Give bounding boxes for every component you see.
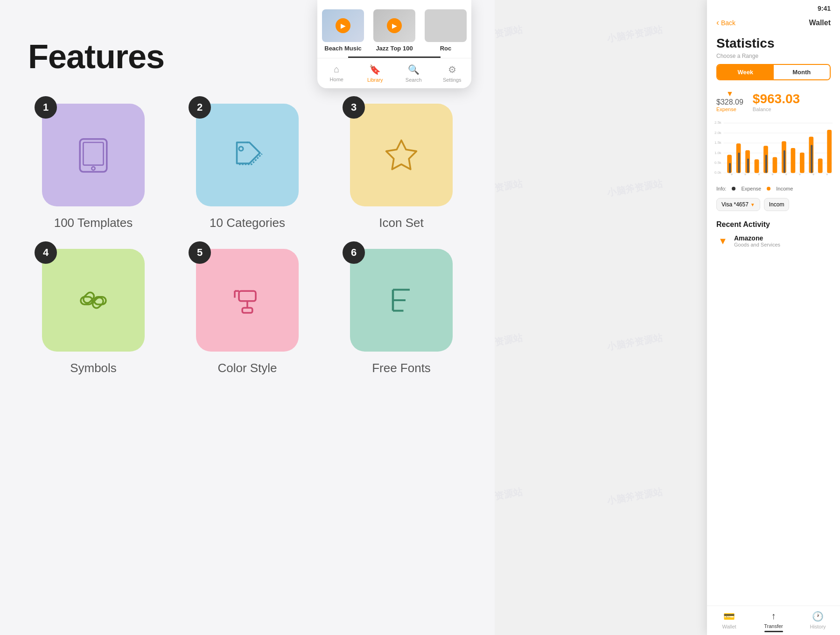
svg-point-54 bbox=[785, 173, 787, 175]
feature-card-6: 6 bbox=[350, 249, 453, 352]
typography-icon bbox=[380, 279, 422, 321]
activity-arrow-down-icon: ▼ bbox=[716, 234, 729, 247]
watermark: 小脑斧资源站 bbox=[606, 486, 664, 508]
nav-wallet-label: Wallet bbox=[722, 624, 736, 629]
history-icon: 🕐 bbox=[812, 611, 824, 622]
status-bar: 9:41 bbox=[707, 0, 840, 15]
album-title-3: Roc bbox=[440, 45, 452, 52]
paint-roller-icon bbox=[226, 279, 268, 321]
music-nav-home[interactable]: ⌂ Home bbox=[317, 62, 356, 85]
svg-point-50 bbox=[731, 173, 733, 175]
svg-rect-48 bbox=[784, 150, 785, 173]
svg-rect-13 bbox=[242, 308, 252, 313]
nav-wallet[interactable]: 💳 Wallet bbox=[707, 606, 751, 635]
choose-range-label: Choose a Range bbox=[707, 53, 840, 64]
music-nav-search[interactable]: 🔍 Search bbox=[394, 62, 433, 85]
feature-item-symbols: 4 Symbols bbox=[28, 249, 159, 375]
feature-item-templates: 1 100 Templates bbox=[28, 104, 159, 230]
activity-sub: Goods and Services bbox=[734, 242, 831, 247]
music-nav-library-label: Library bbox=[367, 77, 383, 83]
feature-card-3: 3 bbox=[350, 104, 453, 206]
back-button[interactable]: ‹ Back bbox=[716, 18, 735, 28]
music-nav: ⌂ Home 🔖 Library 🔍 Search ⚙ Settings bbox=[317, 58, 471, 88]
settings-icon: ⚙ bbox=[448, 64, 456, 75]
wallet-bottom-nav: 💳 Wallet ↑ Transfer 🕐 History bbox=[707, 606, 840, 635]
activity-name: Amazone bbox=[734, 234, 831, 242]
watermark: 小脑斧资源站 bbox=[606, 177, 664, 199]
recent-activity-section: Recent Activity ▼ Amazone Goods and Serv… bbox=[707, 215, 840, 251]
wallet-stats: ▼ $328.09 Expense $963.03 Balance bbox=[707, 86, 840, 118]
play-button-1[interactable]: ▶ bbox=[336, 18, 350, 33]
svg-rect-42 bbox=[818, 158, 823, 173]
visa-label: Visa *4657 bbox=[721, 201, 749, 208]
music-nav-home-label: Home bbox=[330, 77, 343, 82]
income-dot bbox=[767, 187, 770, 190]
nav-history[interactable]: 🕐 History bbox=[796, 606, 840, 635]
transfer-icon: ↑ bbox=[771, 611, 776, 621]
visa-dropdown[interactable]: Visa *4657 ▼ bbox=[716, 198, 760, 211]
svg-rect-49 bbox=[811, 145, 812, 173]
feature-item-categories: 2 10 Categories bbox=[182, 104, 313, 230]
legend-income-label: Income bbox=[776, 186, 793, 191]
feature-label-6: Free Fonts bbox=[372, 361, 431, 375]
music-nav-library[interactable]: 🔖 Library bbox=[356, 62, 395, 85]
music-nav-settings[interactable]: ⚙ Settings bbox=[433, 62, 472, 85]
recent-activity-title: Recent Activity bbox=[716, 220, 831, 229]
balance-amount: $963.03 bbox=[753, 92, 800, 106]
music-panel: ▶ Beach Music ▶ Jazz Top 100 Roc ⌂ bbox=[317, 0, 471, 88]
activity-item: ▼ Amazone Goods and Services bbox=[716, 234, 831, 247]
feature-number-4: 4 bbox=[35, 241, 57, 264]
chain-icon bbox=[72, 279, 114, 321]
music-nav-settings-label: Settings bbox=[443, 77, 462, 83]
svg-rect-46 bbox=[747, 158, 749, 173]
feature-number-3: 3 bbox=[343, 96, 365, 119]
svg-rect-44 bbox=[729, 163, 731, 173]
nav-transfer-label: Transfer bbox=[764, 623, 783, 629]
statistics-chart: 2.5k 2.0k 1.5k 1.0k 0.5k 0.0k bbox=[714, 118, 833, 178]
tablet-icon bbox=[72, 134, 114, 176]
album-title-2: Jazz Top 100 bbox=[376, 45, 413, 52]
feature-number-6: 6 bbox=[343, 241, 365, 264]
svg-point-53 bbox=[772, 173, 774, 175]
feature-card-2: 2 bbox=[196, 104, 299, 206]
svg-point-56 bbox=[812, 173, 814, 175]
album-art-jazz: ▶ bbox=[373, 9, 415, 42]
filter-row: Visa *4657 ▼ Incom bbox=[707, 194, 840, 215]
svg-point-57 bbox=[826, 173, 828, 175]
expense-dot bbox=[732, 187, 735, 190]
music-album-1: ▶ Beach Music bbox=[317, 5, 369, 56]
music-album-2: ▶ Jazz Top 100 bbox=[369, 5, 420, 56]
star-icon bbox=[380, 134, 422, 176]
album-title-1: Beach Music bbox=[324, 45, 361, 52]
month-button[interactable]: Month bbox=[774, 65, 830, 79]
legend-info-label: Info: bbox=[716, 186, 726, 191]
svg-text:2.5k: 2.5k bbox=[714, 120, 721, 125]
expense-label: Expense bbox=[716, 106, 743, 112]
feature-label-4: Symbols bbox=[70, 361, 117, 375]
nav-history-label: History bbox=[810, 624, 826, 629]
svg-rect-35 bbox=[755, 159, 759, 173]
feature-number-5: 5 bbox=[189, 241, 211, 264]
tag-icon bbox=[226, 134, 268, 176]
svg-text:0.5k: 0.5k bbox=[714, 161, 721, 165]
legend-expense-label: Expense bbox=[741, 186, 761, 191]
activity-info: Amazone Goods and Services bbox=[734, 234, 831, 247]
svg-point-55 bbox=[799, 173, 801, 175]
svg-text:1.0k: 1.0k bbox=[714, 151, 721, 155]
svg-rect-39 bbox=[791, 148, 795, 173]
balance-stat: $963.03 Balance bbox=[753, 92, 800, 112]
album-art-roc bbox=[425, 9, 467, 42]
nav-transfer[interactable]: ↑ Transfer bbox=[751, 606, 796, 635]
play-button-2[interactable]: ▶ bbox=[387, 18, 402, 33]
svg-point-51 bbox=[744, 173, 746, 175]
library-icon: 🔖 bbox=[369, 64, 381, 75]
watermark: 小脑斧资源站 bbox=[606, 332, 664, 353]
dropdown-arrow-icon: ▼ bbox=[750, 202, 755, 207]
week-button[interactable]: Week bbox=[717, 65, 774, 79]
income-dropdown-label: Incom bbox=[769, 201, 784, 208]
income-dropdown[interactable]: Incom bbox=[764, 198, 790, 211]
svg-text:0.0k: 0.0k bbox=[714, 170, 721, 175]
wallet-header-title: Wallet bbox=[809, 19, 831, 27]
feature-number-2: 2 bbox=[189, 96, 211, 119]
page: 小脑斧资源站 xiaonaofu.top 小脑斧资源站 xiaonaofu.to… bbox=[0, 0, 840, 635]
